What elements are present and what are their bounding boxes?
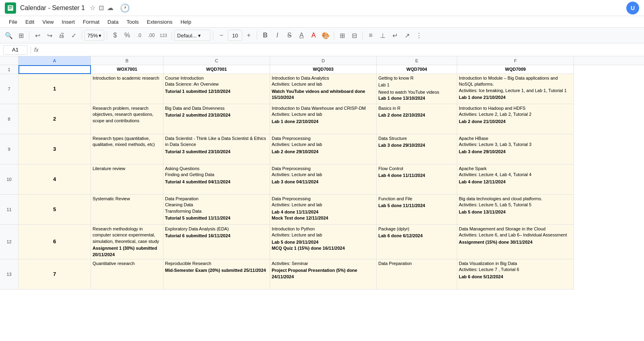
cell-b7[interactable]: Introduction to academic research [91,74,163,104]
merge-cells-button[interactable]: ⊟ [349,30,360,41]
cell-d10[interactable]: Data PreprocessingActivities: Lecture an… [270,164,377,195]
col-header-e[interactable]: E [377,56,457,65]
star-icon[interactable]: ☆ [90,4,95,12]
cell-b10[interactable]: Literature review [91,164,163,195]
cell-f8[interactable]: Introduction to Hadoop and HDFSActivitie… [457,104,574,134]
redo-button[interactable]: ↪ [44,30,55,41]
currency-button[interactable]: $ [109,30,121,41]
col-header-b[interactable]: B [91,56,163,65]
cell-e1[interactable]: WQD7004 [377,65,457,74]
cell-e11[interactable]: Function and FileLab 5 done 11/11/2024 [377,195,457,225]
cell-c1[interactable]: WQD7001 [163,65,270,74]
cell-f1[interactable]: WQD7009 [457,65,574,74]
decimal-decrease-button[interactable]: .0 [134,30,145,41]
row-num-13[interactable]: 13 [0,259,19,290]
row-num-12[interactable]: 12 [0,225,19,259]
cell-c11[interactable]: Data PreparationCleaning DataTransformin… [163,195,270,225]
cell-a10[interactable]: 4 [19,164,91,195]
menu-edit[interactable]: Edit [21,17,38,27]
cell-b12[interactable]: Research methodology in computer science… [91,225,163,259]
menu-extensions[interactable]: Extensions [143,17,177,27]
menu-tools[interactable]: Tools [122,17,142,27]
cell-a12[interactable]: 6 [19,225,91,259]
cloud-icon[interactable]: ☁ [107,4,114,12]
align-button[interactable]: ≡ [365,30,376,41]
format-123-button[interactable]: 123 [158,30,169,41]
cell-d13[interactable]: Activities: SeminarProject Proposal Pres… [270,259,377,290]
row-num-1[interactable]: 1 [0,65,19,74]
cell-a9[interactable]: 3 [19,134,91,164]
cell-e12[interactable]: Package (dplyr)Lab 6 done 6/12/2024 [377,225,457,259]
cell-d12[interactable]: Introduction to PythonActivities: Lectur… [270,225,377,259]
menu-file[interactable]: File [5,17,21,27]
menu-data[interactable]: Data [103,17,122,27]
search-button[interactable]: 🔍 [3,30,14,41]
cell-b9[interactable]: Research types (quantitative, qualitativ… [91,134,163,164]
cell-a1[interactable] [19,65,91,74]
col-header-c[interactable]: C [163,56,270,65]
profile-avatar[interactable]: U [626,2,639,14]
cell-a13[interactable]: 7 [19,259,91,290]
menu-help[interactable]: Help [176,17,195,27]
strikethrough-button[interactable]: S [284,30,295,41]
cell-b1[interactable]: WOX7001 [91,65,163,74]
cell-e7[interactable]: Getting to know RLab 1Need to watch YouT… [377,74,457,104]
cell-reference[interactable]: A1 [3,45,27,55]
cell-f10[interactable]: Apache SparkActivities: Lecture 4, Lab 4… [457,164,574,195]
cell-a11[interactable]: 5 [19,195,91,225]
cell-c10[interactable]: Asking QuestionsFinding and Getting Data… [163,164,270,195]
cell-f13[interactable]: Data Visualization in Big DataActivities… [457,259,574,290]
cell-a7[interactable]: 1 [19,74,91,104]
borders-button[interactable]: ⊞ [336,30,348,41]
cell-b13[interactable]: Quantitative research [91,259,163,290]
save-folder-icon[interactable]: ⊡ [99,4,104,12]
cell-c9[interactable]: Data Scientist - Think Like a Data Scien… [163,134,270,164]
cell-d9[interactable]: Data PreprocessingActivities: Lecture an… [270,134,377,164]
font-size-value[interactable]: 10 [228,30,242,41]
font-family-selector[interactable]: Defaul... ▾ [174,30,211,41]
valign-button[interactable]: ⊥ [377,30,388,41]
cell-d11[interactable]: Data PreprocessingActivities: Lecture an… [270,195,377,225]
history-icon[interactable]: 🕐 [120,3,130,13]
underline-button[interactable]: A [296,30,307,41]
cell-d7[interactable]: Introduction to Data AnalyticsActivities… [270,74,377,104]
cell-f9[interactable]: Apache HBaseActivities: Lecture 3, Lab 3… [457,134,574,164]
cell-e8[interactable]: Basics in RLab 2 done 22/10/2024 [377,104,457,134]
row-num-10[interactable]: 10 [0,164,19,195]
cell-e9[interactable]: Data StructureLab 3 done 29/10/2024 [377,134,457,164]
font-size-decrease-button[interactable]: − [216,30,227,41]
cell-c12[interactable]: Exploratory Data Analysis (EDA)Tutorial … [163,225,270,259]
cell-e10[interactable]: Flow ControlLab 4 done 11/11/2024 [377,164,457,195]
col-header-d[interactable]: D [270,56,377,65]
more-button[interactable]: ⋮ [413,30,425,41]
menu-view[interactable]: View [38,17,58,27]
cell-b11[interactable]: Systematic Review [91,195,163,225]
undo-button[interactable]: ↩ [32,30,43,41]
text-color-button[interactable]: A [308,30,319,41]
cell-c7[interactable]: Course IntroductionData Science: An Over… [163,74,270,104]
cell-c8[interactable]: Big Data and Data DrivennessTutorial 2 s… [163,104,270,134]
cell-f11[interactable]: Big data technologies and cloud platform… [457,195,574,225]
text-wrap-button[interactable]: ↵ [389,30,400,41]
row-num-7[interactable]: 7 [0,74,19,104]
row-num-11[interactable]: 11 [0,195,19,225]
cell-c13[interactable]: Reproducible ResearchMid-Semester Exam (… [163,259,270,290]
row-num-8[interactable]: 8 [0,104,19,134]
font-size-increase-button[interactable]: + [243,30,254,41]
print-button[interactable]: 🖨 [56,30,67,41]
decimal-increase-button[interactable]: .00 [146,30,157,41]
zoom-selector[interactable]: 75% ▾ [85,30,104,41]
italic-button[interactable]: I [272,30,283,41]
cell-f12[interactable]: Data Management and Storage in the Cloud… [457,225,574,259]
text-rotate-button[interactable]: ↗ [401,30,413,41]
cell-d1[interactable]: WQD7003 [270,65,377,74]
cell-b8[interactable]: Research problem, research objectives, r… [91,104,163,134]
percent-button[interactable]: % [122,30,133,41]
menu-insert[interactable]: Insert [58,17,79,27]
spell-check-button[interactable]: ✓ [68,30,79,41]
fill-color-button[interactable]: 🎨 [320,30,331,41]
bold-button[interactable]: B [260,30,271,41]
row-num-9[interactable]: 9 [0,134,19,164]
paint-format-button[interactable]: ⊞ [15,30,27,41]
menu-format[interactable]: Format [79,17,103,27]
